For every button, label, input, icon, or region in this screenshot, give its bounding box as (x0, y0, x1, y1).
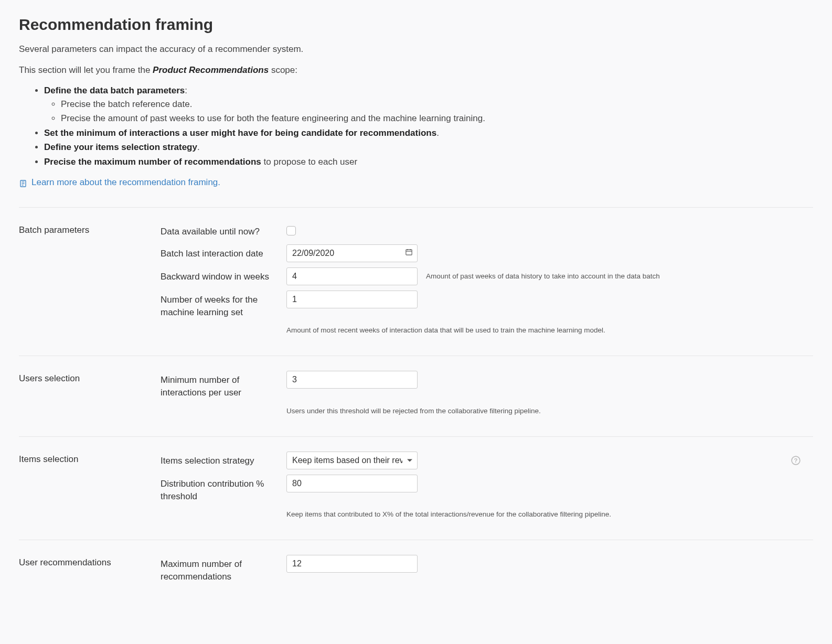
section-title-batch: Batch parameters (19, 222, 150, 237)
svg-rect-4 (406, 250, 412, 255)
section-title-recs: User recommendations (19, 555, 150, 570)
intro-sub-bullet: Precise the batch reference date. (61, 98, 813, 111)
label-strategy: Items selection strategy (161, 452, 286, 467)
label-ml-weeks: Number of weeks for the machine learning… (161, 291, 286, 319)
label-min-interactions: Minimum number of interactions per user (161, 371, 286, 399)
section-recs: User recommendations Maximum number of r… (19, 540, 813, 594)
section-batch: Batch parameters Data available until no… (19, 207, 813, 356)
page-title: Recommendation framing (19, 13, 813, 36)
section-title-items: Items selection (19, 452, 150, 466)
section-title-users: Users selection (19, 371, 150, 385)
calendar-icon (405, 247, 413, 260)
intro-subtitle: Several parameters can impact the accura… (19, 42, 813, 56)
help-min-interactions: Users under this threshold will be rejec… (286, 402, 813, 416)
label-threshold: Distribution contribution % threshold (161, 475, 286, 503)
intro-sub-bullet: Precise the amount of past weeks to use … (61, 112, 813, 125)
label-last-date: Batch last interaction date (161, 244, 286, 260)
label-data-available: Data available until now? (161, 222, 286, 238)
help-threshold: Keep items that contributed to X% of the… (286, 506, 813, 520)
learn-more-link[interactable]: Learn more about the recommendation fram… (19, 176, 220, 189)
intro-scope: This section will let you frame the Prod… (19, 63, 813, 77)
input-last-date[interactable] (286, 244, 418, 262)
document-icon (19, 178, 27, 187)
section-users: Users selection Minimum number of intera… (19, 356, 813, 436)
intro-bullets: Define the data batch parameters: Precis… (19, 84, 813, 168)
input-backward-window[interactable] (286, 267, 418, 285)
help-ml-weeks: Amount of most recent weeks of interacti… (286, 321, 813, 336)
intro-block: Several parameters can impact the accura… (19, 42, 813, 191)
input-max-recs[interactable] (286, 555, 418, 573)
input-ml-weeks[interactable] (286, 291, 418, 308)
help-backward-window: Amount of past weeks of data history to … (418, 267, 813, 282)
input-min-interactions[interactable] (286, 371, 418, 389)
svg-text:?: ? (794, 457, 798, 464)
checkbox-data-available[interactable] (286, 226, 296, 235)
select-strategy[interactable]: Keep items based on their revenue (286, 452, 418, 469)
label-backward-window: Backward window in weeks (161, 267, 286, 283)
help-icon[interactable]: ? (791, 456, 801, 465)
input-threshold[interactable] (286, 475, 418, 492)
label-max-recs: Maximum number of recommendations (161, 555, 286, 583)
section-items: ? Items selection Items selection strate… (19, 436, 813, 540)
